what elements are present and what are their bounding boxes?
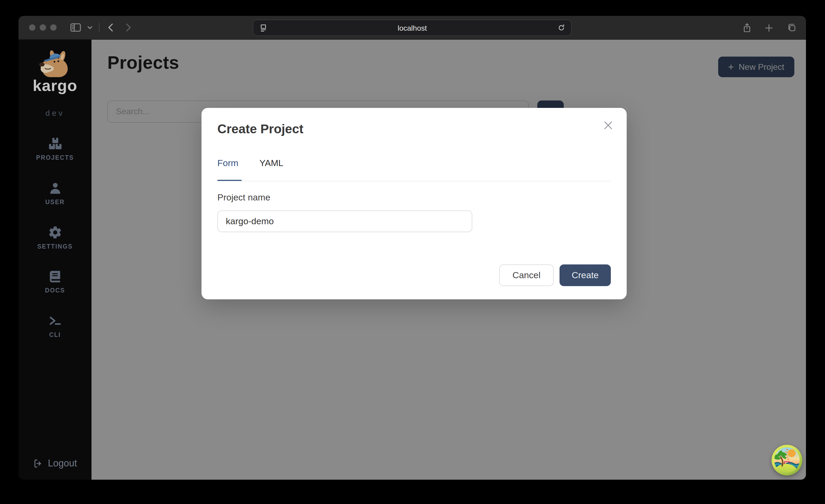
refresh-icon[interactable] <box>555 20 567 35</box>
gear-icon <box>48 225 62 239</box>
create-button[interactable]: Create <box>559 265 611 286</box>
environment-label: dev <box>46 109 65 118</box>
book-icon <box>48 270 62 283</box>
logout-label: Logout <box>48 458 77 469</box>
toolbar-divider <box>99 23 99 32</box>
toolbar-right-controls <box>739 16 799 40</box>
close-window-button[interactable] <box>29 24 35 31</box>
sidebar-toggle-icon[interactable] <box>68 20 83 35</box>
zoom-window-button[interactable] <box>50 24 57 31</box>
sidebar-item-user[interactable]: USER <box>36 181 74 205</box>
address-bar[interactable]: localhost <box>253 19 572 36</box>
sidebar-item-label: USER <box>45 199 65 205</box>
sidebar-item-label: DOCS <box>45 287 65 293</box>
chevron-down-icon[interactable] <box>85 20 95 35</box>
terminal-icon <box>48 313 62 328</box>
dialog-actions: Cancel Create <box>499 265 611 286</box>
share-icon[interactable] <box>739 20 754 35</box>
create-project-dialog: Create Project Form YAML Project name Ca… <box>202 108 627 299</box>
forward-button[interactable] <box>121 20 135 35</box>
sidebar-item-label: CLI <box>49 332 61 338</box>
boxes-stacked-icon <box>48 136 62 151</box>
tab-overview-icon[interactable] <box>784 20 799 35</box>
close-icon <box>602 120 614 131</box>
cancel-button[interactable]: Cancel <box>499 265 554 286</box>
back-button[interactable] <box>104 20 119 35</box>
address-text: localhost <box>269 23 555 32</box>
kargo-logo[interactable]: kargo <box>33 50 77 95</box>
minimize-window-button[interactable] <box>40 24 46 31</box>
logout-button[interactable]: Logout <box>18 458 91 469</box>
traffic-lights <box>29 24 57 31</box>
sidebar-item-cli[interactable]: CLI <box>36 313 74 338</box>
tab-form[interactable]: Form <box>217 158 238 178</box>
sidebar-item-label: PROJECTS <box>36 154 74 161</box>
close-dialog-button[interactable] <box>600 118 616 133</box>
toolbar-left-controls <box>68 20 135 35</box>
island-extension-badge[interactable] <box>771 445 802 476</box>
browser-toolbar: localhost <box>18 16 806 40</box>
tab-yaml[interactable]: YAML <box>259 158 283 178</box>
desktop-background: localhost <box>0 0 825 504</box>
dialog-title: Create Project <box>217 122 304 136</box>
new-tab-icon[interactable] <box>761 20 776 35</box>
sidebar-item-label: SETTINGS <box>37 243 73 249</box>
project-name-input[interactable] <box>217 211 472 232</box>
project-name-label: Project name <box>217 193 270 203</box>
tabs-divider <box>217 181 611 182</box>
sidebar-nav: PROJECTS USER SETTINGS <box>36 136 74 338</box>
sidebar-item-projects[interactable]: PROJECTS <box>36 136 74 161</box>
dialog-tabs: Form YAML <box>217 158 283 178</box>
page-settings-icon[interactable] <box>257 20 269 35</box>
sidebar-item-settings[interactable]: SETTINGS <box>36 225 74 249</box>
sidebar-item-docs[interactable]: DOCS <box>36 270 74 293</box>
sidebar: kargo dev <box>18 40 91 480</box>
logo-wordmark: kargo <box>33 77 77 95</box>
user-icon <box>48 181 62 195</box>
browser-window: localhost <box>18 16 806 480</box>
kangaroo-logo-icon <box>37 50 73 79</box>
sign-out-icon <box>33 458 43 469</box>
island-icon <box>771 445 802 476</box>
